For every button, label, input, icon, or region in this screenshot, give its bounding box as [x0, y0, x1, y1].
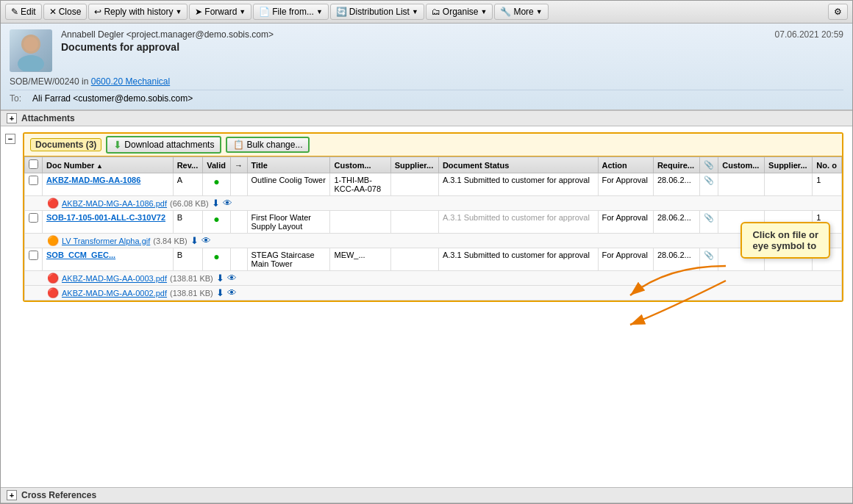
distribution-list-button[interactable]: 🔄 Distribution List ▼ [330, 4, 424, 20]
th-valid[interactable]: Valid [203, 157, 231, 173]
eye-icon[interactable]: 👁 [223, 198, 232, 209]
forward-button[interactable]: ➤ Forward ▼ [189, 4, 251, 20]
valid-icon: ● [213, 251, 219, 262]
attachment-filename-link[interactable]: LV Transformer Alpha.gif [62, 237, 150, 245]
download-file-icon[interactable]: ⬇ [216, 273, 224, 284]
row-checkbox[interactable] [29, 176, 38, 185]
cross-references-bar: + Cross References [1, 487, 852, 503]
distrib-icon: 🔄 [336, 7, 347, 17]
attachments-title: Attachments [21, 113, 75, 123]
edit-button[interactable]: ✎ Edit [5, 4, 42, 20]
category-link[interactable]: 0600.20 Mechanical [91, 76, 170, 87]
organise-icon: 🗂 [432, 7, 440, 17]
download-file-icon[interactable]: ⬇ [212, 198, 220, 209]
th-arrow: → [230, 157, 247, 173]
attach-icon-cell: 📎 [699, 248, 718, 271]
cross-references-toggle[interactable]: + [7, 490, 17, 500]
doc-status-cell: A.3.1 Submitted to customer for approval [438, 173, 598, 196]
th-require[interactable]: Require... [653, 157, 699, 173]
doc-number-link[interactable]: SOB_CCM_GEC... [46, 251, 115, 259]
reply-history-button[interactable]: ↩ Reply with history ▼ [88, 4, 188, 20]
require-cell: 28.06.2... [653, 248, 699, 271]
doc-number-link[interactable]: AKBZ-MAD-MG-AA-1086 [46, 176, 140, 184]
table-row: SOB_CCM_GEC... B ● STEAG Staircase Main … [25, 248, 842, 271]
valid-cell: ● [203, 211, 231, 234]
attachment-file-cell: 🔴 AKBZ-MAD-MG-AA-0003.pdf (138.81 KB) ⬇ … [25, 271, 842, 286]
documents-label: Documents (3) [30, 138, 101, 151]
eye-icon[interactable]: 👁 [201, 235, 211, 246]
more-button[interactable]: 🔧 More ▼ [494, 4, 548, 20]
th-supplier[interactable]: Supplier... [390, 157, 438, 173]
valid-cell: ● [203, 248, 231, 271]
table-header-row: Doc Number Rev... Valid → Title Custom..… [25, 157, 842, 173]
download-file-icon[interactable]: ⬇ [216, 287, 224, 298]
documents-outer: − Documents (3) ⬇ Download attachments 📋… [1, 126, 852, 487]
supplier2-cell [765, 248, 813, 271]
th-num[interactable]: No. o [813, 157, 842, 173]
arrow-cell [230, 248, 247, 271]
more-arrow-icon: ▼ [536, 8, 543, 15]
th-rev[interactable]: Rev... [173, 157, 203, 173]
email-to-value: Ali Farrad <customer@demo.sobis.com> [32, 93, 193, 104]
th-doc-number[interactable]: Doc Number [43, 157, 174, 173]
download-file-icon[interactable]: ⬇ [190, 235, 199, 246]
documents-toggle[interactable]: − [5, 134, 15, 144]
arrow-cell [230, 173, 247, 196]
customer-cell: MEW_... [330, 248, 390, 271]
doc-number-link[interactable]: SOB-17-105-001-ALL-C-310V72 [46, 213, 165, 222]
attachment-file-cell: 🟠 LV Transformer Alpha.gif (3.84 KB) ⬇ 👁 [25, 234, 842, 248]
th-title[interactable]: Title [247, 157, 330, 173]
toolbar: ✎ Edit ✕ Close ↩ Reply with history ▼ ➤ … [1, 1, 852, 24]
bulk-change-button[interactable]: 📋 Bulk change... [226, 137, 310, 153]
download-attachments-button[interactable]: ⬇ Download attachments [106, 136, 221, 154]
doc-number-cell: SOB-17-105-001-ALL-C-310V72 [43, 211, 174, 234]
row-checkbox[interactable] [29, 213, 38, 223]
num-cell: 1 [813, 248, 842, 271]
rev-cell: A [173, 173, 203, 196]
doc-number-cell: AKBZ-MAD-MG-AA-1086 [43, 173, 174, 196]
th-custom2[interactable]: Custom... [718, 157, 765, 173]
custom2-cell [718, 211, 765, 234]
th-supplier2[interactable]: Supplier... [765, 157, 813, 173]
attach-size: (3.84 KB) [153, 237, 187, 245]
eye-icon[interactable]: 👁 [227, 287, 237, 298]
table-row: SOB-17-105-001-ALL-C-310V72 B ● First Fl… [25, 211, 842, 234]
settings-button[interactable]: ⚙ [828, 4, 848, 20]
attachment-filename-link[interactable]: AKBZ-MAD-MG-AA-0002.pdf [62, 289, 167, 298]
attachment-filename-link[interactable]: AKBZ-MAD-MG-AA-0003.pdf [62, 274, 167, 283]
close-button[interactable]: ✕ Close [43, 4, 88, 20]
require-cell: 28.06.2... [653, 211, 699, 234]
attachments-toggle[interactable]: + [7, 113, 17, 123]
documents-table: Doc Number Rev... Valid → Title Custom..… [24, 156, 842, 300]
action-cell: For Approval [598, 248, 653, 271]
download-icon: ⬇ [113, 139, 122, 151]
valid-icon: ● [213, 213, 219, 225]
settings-icon: ⚙ [834, 7, 842, 17]
th-doc-status[interactable]: Document Status [438, 157, 598, 173]
to-label: To: [10, 93, 28, 104]
cross-references-title: Cross References [21, 490, 96, 500]
th-customer[interactable]: Custom... [330, 157, 390, 173]
attachment-row: 🔴 AKBZ-MAD-MG-AA-0002.pdf (138.81 KB) ⬇ … [25, 286, 842, 300]
edit-icon: ✎ [11, 7, 18, 17]
th-action[interactable]: Action [598, 157, 653, 173]
eye-icon[interactable]: 👁 [227, 273, 237, 284]
attachment-file-cell: 🔴 AKBZ-MAD-MG-AA-0002.pdf (138.81 KB) ⬇ … [25, 286, 842, 300]
select-all-checkbox[interactable] [29, 159, 38, 169]
file-from-button[interactable]: 📄 File from... ▼ [253, 4, 329, 20]
num-cell: 1 [813, 173, 842, 196]
email-date: 07.06.2021 20:59 [775, 29, 843, 40]
forward-arrow-icon: ▼ [239, 8, 246, 15]
doc-status-cell: A.3.1 Submitted to customer for approval [438, 211, 598, 234]
attachment-row: 🟠 LV Transformer Alpha.gif (3.84 KB) ⬇ 👁 [25, 234, 842, 248]
organise-button[interactable]: 🗂 Organise ▼ [426, 4, 493, 20]
attach-size: (138.81 KB) [170, 289, 213, 298]
supplier2-cell [765, 173, 813, 196]
row-checkbox[interactable] [29, 251, 38, 260]
attachment-filename-link[interactable]: AKBZ-MAD-MG-AA-1086.pdf [62, 199, 167, 208]
doc-number-cell: SOB_CCM_GEC... [43, 248, 174, 271]
title-cell: First Floor Water Supply Layout [247, 211, 330, 234]
pdf-icon: 🔴 [47, 287, 59, 298]
title-cell: Outline Coolig Tower [247, 173, 330, 196]
custom2-cell [718, 173, 765, 196]
